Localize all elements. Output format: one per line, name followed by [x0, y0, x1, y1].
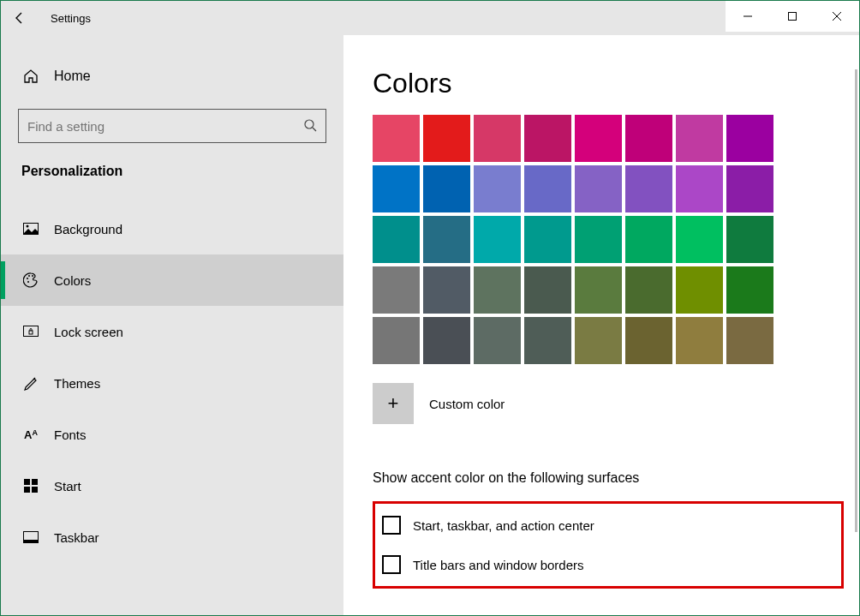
- svg-rect-15: [32, 487, 38, 493]
- color-swatch[interactable]: [676, 115, 723, 162]
- sidebar-item-colors[interactable]: Colors: [1, 254, 343, 306]
- svg-rect-17: [24, 540, 39, 543]
- sidebar-item-label: Themes: [54, 376, 100, 391]
- palette-icon: [21, 272, 40, 288]
- color-swatch[interactable]: [373, 216, 420, 263]
- plus-icon: +: [388, 392, 399, 415]
- color-swatch[interactable]: [524, 317, 571, 364]
- color-swatch[interactable]: [423, 317, 470, 364]
- svg-rect-1: [789, 13, 797, 21]
- content: Colors + Custom color Show accent color …: [343, 35, 859, 615]
- color-swatch[interactable]: [524, 216, 571, 263]
- svg-point-2: [305, 120, 314, 129]
- fonts-icon: AA: [21, 428, 40, 441]
- color-swatch[interactable]: [575, 115, 622, 162]
- home-label: Home: [54, 69, 91, 84]
- settings-window: Settings Home: [0, 0, 860, 616]
- window-controls: [726, 1, 859, 32]
- color-swatch[interactable]: [575, 165, 622, 212]
- sidebar-item-fonts[interactable]: AA Fonts: [1, 409, 343, 460]
- section-title: Personalization: [1, 164, 343, 179]
- color-swatch[interactable]: [676, 216, 723, 263]
- checkbox-label: Title bars and window borders: [413, 558, 584, 572]
- scrollbar[interactable]: [855, 69, 857, 532]
- search-wrap: [18, 109, 326, 143]
- color-swatch[interactable]: [474, 115, 521, 162]
- svg-point-9: [27, 281, 29, 283]
- color-swatch[interactable]: [676, 165, 723, 212]
- sidebar-item-label: Taskbar: [54, 530, 99, 545]
- custom-color-row: + Custom color: [373, 383, 825, 424]
- sidebar-item-taskbar[interactable]: Taskbar: [1, 511, 343, 563]
- search-field[interactable]: [27, 119, 303, 134]
- picture-icon: [21, 223, 40, 235]
- sidebar-item-background[interactable]: Background: [1, 203, 343, 254]
- color-swatch[interactable]: [474, 266, 521, 314]
- sidebar-item-themes[interactable]: Themes: [1, 357, 343, 409]
- highlighted-checkboxes: Start, taskbar, and action center Title …: [373, 501, 844, 589]
- color-swatch[interactable]: [524, 165, 571, 212]
- checkbox-label: Start, taskbar, and action center: [413, 518, 594, 533]
- color-swatch[interactable]: [726, 115, 773, 162]
- lock-screen-icon: [21, 326, 40, 338]
- color-swatch[interactable]: [625, 115, 672, 162]
- sidebar-item-label: Lock screen: [54, 325, 123, 339]
- search-input[interactable]: [18, 109, 326, 143]
- checkbox-start-taskbar[interactable]: Start, taskbar, and action center: [382, 516, 834, 535]
- checkbox-icon[interactable]: [382, 555, 401, 574]
- color-swatch[interactable]: [726, 317, 773, 364]
- sidebar-item-label: Background: [54, 222, 122, 236]
- color-swatch[interactable]: [625, 317, 672, 364]
- maximize-button[interactable]: [770, 1, 815, 32]
- color-swatch[interactable]: [625, 165, 672, 212]
- minimize-button[interactable]: [726, 1, 770, 32]
- color-swatch[interactable]: [423, 115, 470, 162]
- themes-icon: [21, 375, 40, 391]
- color-swatch[interactable]: [575, 266, 622, 314]
- color-swatch[interactable]: [575, 216, 622, 263]
- color-swatch[interactable]: [726, 165, 773, 212]
- color-swatch[interactable]: [524, 115, 571, 162]
- color-swatch[interactable]: [676, 317, 723, 364]
- sidebar-item-label: Fonts: [54, 428, 87, 442]
- color-swatch[interactable]: [423, 165, 470, 212]
- color-swatch[interactable]: [474, 216, 521, 263]
- home-icon: [21, 69, 40, 84]
- close-button[interactable]: [815, 1, 859, 32]
- svg-point-8: [32, 275, 33, 277]
- home-button[interactable]: Home: [1, 56, 343, 97]
- svg-rect-12: [24, 479, 30, 485]
- svg-point-7: [28, 275, 30, 277]
- color-swatch[interactable]: [373, 317, 420, 364]
- color-swatch[interactable]: [373, 165, 420, 212]
- color-swatch[interactable]: [524, 266, 571, 314]
- color-swatch[interactable]: [423, 266, 470, 314]
- color-swatch[interactable]: [726, 216, 773, 263]
- page-title: Colors: [373, 68, 825, 99]
- sidebar-item-label: Colors: [54, 273, 91, 288]
- svg-rect-14: [24, 487, 30, 493]
- color-swatch[interactable]: [474, 317, 521, 364]
- color-swatch[interactable]: [423, 216, 470, 263]
- body: Home Personalization Background: [1, 35, 859, 615]
- custom-color-button[interactable]: +: [373, 383, 414, 424]
- custom-color-label: Custom color: [429, 397, 505, 411]
- color-swatch[interactable]: [676, 266, 723, 314]
- color-swatch[interactable]: [625, 216, 672, 263]
- sidebar-item-start[interactable]: Start: [1, 460, 343, 511]
- color-swatch[interactable]: [373, 266, 420, 314]
- color-swatch[interactable]: [373, 115, 420, 162]
- sidebar-item-lock-screen[interactable]: Lock screen: [1, 306, 343, 357]
- accent-surfaces-heading: Show accent color on the following surfa…: [373, 470, 825, 486]
- color-swatch-grid: [373, 115, 825, 364]
- color-swatch[interactable]: [625, 266, 672, 314]
- taskbar-icon: [21, 531, 40, 543]
- back-button[interactable]: [1, 1, 39, 35]
- checkbox-icon[interactable]: [382, 516, 401, 535]
- checkbox-title-bars[interactable]: Title bars and window borders: [382, 555, 834, 574]
- color-swatch[interactable]: [726, 266, 773, 314]
- color-swatch[interactable]: [575, 317, 622, 364]
- color-swatch[interactable]: [474, 165, 521, 212]
- titlebar: Settings: [1, 1, 859, 35]
- search-icon: [303, 118, 317, 135]
